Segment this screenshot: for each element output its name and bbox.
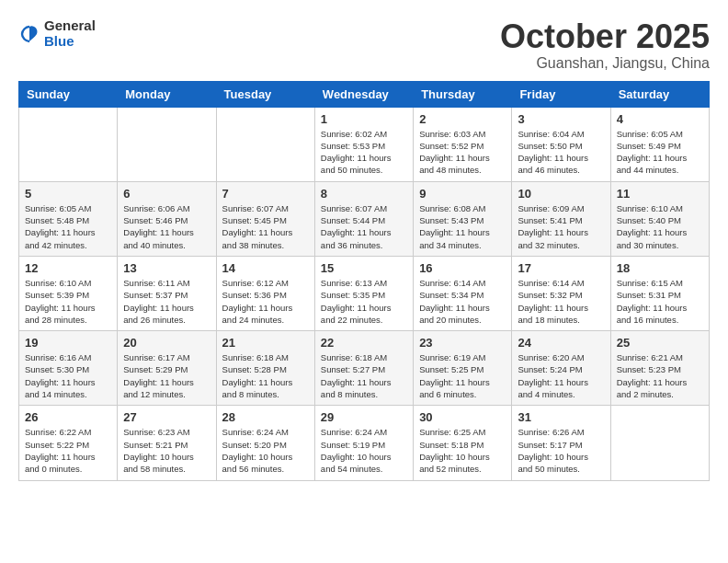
calendar-cell: 2Sunrise: 6:03 AM Sunset: 5:52 PM Daylig… <box>414 107 512 181</box>
day-info: Sunrise: 6:22 AM Sunset: 5:22 PM Dayligh… <box>25 426 111 475</box>
calendar-cell <box>19 107 118 181</box>
day-info: Sunrise: 6:11 AM Sunset: 5:37 PM Dayligh… <box>123 277 210 326</box>
day-info: Sunrise: 6:05 AM Sunset: 5:49 PM Dayligh… <box>617 128 703 177</box>
day-info: Sunrise: 6:10 AM Sunset: 5:40 PM Dayligh… <box>617 202 703 251</box>
logo-text: General Blue <box>44 18 96 49</box>
logo-general: General <box>44 18 96 34</box>
day-number: 21 <box>222 336 309 350</box>
day-number: 31 <box>518 410 604 424</box>
day-info: Sunrise: 6:24 AM Sunset: 5:20 PM Dayligh… <box>222 426 309 475</box>
calendar-cell: 14Sunrise: 6:12 AM Sunset: 5:36 PM Dayli… <box>216 256 314 330</box>
logo: General Blue <box>18 18 96 49</box>
day-number: 27 <box>123 410 210 424</box>
calendar-cell: 5Sunrise: 6:05 AM Sunset: 5:48 PM Daylig… <box>19 181 118 256</box>
day-info: Sunrise: 6:10 AM Sunset: 5:39 PM Dayligh… <box>25 277 111 326</box>
calendar-cell: 12Sunrise: 6:10 AM Sunset: 5:39 PM Dayli… <box>19 256 118 330</box>
day-info: Sunrise: 6:23 AM Sunset: 5:21 PM Dayligh… <box>123 426 210 475</box>
day-info: Sunrise: 6:18 AM Sunset: 5:27 PM Dayligh… <box>321 351 407 400</box>
day-number: 7 <box>222 187 309 201</box>
calendar-cell: 3Sunrise: 6:04 AM Sunset: 5:50 PM Daylig… <box>512 107 610 181</box>
header-monday: Monday <box>118 81 216 107</box>
calendar-cell: 1Sunrise: 6:02 AM Sunset: 5:53 PM Daylig… <box>314 107 413 181</box>
calendar-cell: 25Sunrise: 6:21 AM Sunset: 5:23 PM Dayli… <box>610 331 709 406</box>
day-info: Sunrise: 6:17 AM Sunset: 5:29 PM Dayligh… <box>123 351 210 400</box>
header-tuesday: Tuesday <box>216 81 314 107</box>
day-info: Sunrise: 6:13 AM Sunset: 5:35 PM Dayligh… <box>321 277 407 326</box>
day-number: 25 <box>617 336 703 350</box>
calendar-cell: 9Sunrise: 6:08 AM Sunset: 5:43 PM Daylig… <box>414 181 512 256</box>
day-info: Sunrise: 6:15 AM Sunset: 5:31 PM Dayligh… <box>617 277 703 326</box>
day-number: 20 <box>123 336 210 350</box>
calendar-cell: 24Sunrise: 6:20 AM Sunset: 5:24 PM Dayli… <box>512 331 610 406</box>
calendar-cell: 18Sunrise: 6:15 AM Sunset: 5:31 PM Dayli… <box>610 256 709 330</box>
day-number: 4 <box>617 112 703 126</box>
week-row-1: 1Sunrise: 6:02 AM Sunset: 5:53 PM Daylig… <box>19 107 710 181</box>
day-number: 6 <box>123 187 210 201</box>
day-info: Sunrise: 6:08 AM Sunset: 5:43 PM Dayligh… <box>419 202 506 251</box>
calendar-cell: 7Sunrise: 6:07 AM Sunset: 5:45 PM Daylig… <box>216 181 314 256</box>
day-number: 3 <box>518 112 604 126</box>
calendar-cell: 31Sunrise: 6:26 AM Sunset: 5:17 PM Dayli… <box>512 406 610 480</box>
calendar-cell: 23Sunrise: 6:19 AM Sunset: 5:25 PM Dayli… <box>414 331 512 406</box>
header-sunday: Sunday <box>19 81 118 107</box>
header-friday: Friday <box>512 81 610 107</box>
calendar-cell: 30Sunrise: 6:25 AM Sunset: 5:18 PM Dayli… <box>414 406 512 480</box>
calendar-cell: 28Sunrise: 6:24 AM Sunset: 5:20 PM Dayli… <box>216 406 314 480</box>
month-title: October 2025 <box>500 18 710 55</box>
calendar-cell: 29Sunrise: 6:24 AM Sunset: 5:19 PM Dayli… <box>314 406 413 480</box>
day-info: Sunrise: 6:16 AM Sunset: 5:30 PM Dayligh… <box>25 351 111 400</box>
calendar-cell <box>610 406 709 480</box>
day-info: Sunrise: 6:14 AM Sunset: 5:32 PM Dayligh… <box>518 277 604 326</box>
day-info: Sunrise: 6:07 AM Sunset: 5:44 PM Dayligh… <box>321 202 407 251</box>
calendar-header-row: SundayMondayTuesdayWednesdayThursdayFrid… <box>19 81 710 107</box>
week-row-3: 12Sunrise: 6:10 AM Sunset: 5:39 PM Dayli… <box>19 256 710 330</box>
day-number: 15 <box>321 261 407 275</box>
day-number: 19 <box>25 336 111 350</box>
calendar-cell: 16Sunrise: 6:14 AM Sunset: 5:34 PM Dayli… <box>414 256 512 330</box>
day-number: 23 <box>419 336 506 350</box>
logo-blue: Blue <box>44 34 96 50</box>
day-number: 2 <box>419 112 506 126</box>
calendar-cell: 17Sunrise: 6:14 AM Sunset: 5:32 PM Dayli… <box>512 256 610 330</box>
day-number: 9 <box>419 187 506 201</box>
calendar-cell: 10Sunrise: 6:09 AM Sunset: 5:41 PM Dayli… <box>512 181 610 256</box>
day-info: Sunrise: 6:25 AM Sunset: 5:18 PM Dayligh… <box>419 426 506 475</box>
logo-icon <box>18 23 40 45</box>
day-number: 29 <box>321 410 407 424</box>
calendar-cell: 22Sunrise: 6:18 AM Sunset: 5:27 PM Dayli… <box>314 331 413 406</box>
day-info: Sunrise: 6:19 AM Sunset: 5:25 PM Dayligh… <box>419 351 506 400</box>
calendar-cell: 4Sunrise: 6:05 AM Sunset: 5:49 PM Daylig… <box>610 107 709 181</box>
calendar-cell: 13Sunrise: 6:11 AM Sunset: 5:37 PM Dayli… <box>118 256 216 330</box>
day-number: 10 <box>518 187 604 201</box>
day-number: 16 <box>419 261 506 275</box>
day-number: 17 <box>518 261 604 275</box>
day-number: 8 <box>321 187 407 201</box>
day-info: Sunrise: 6:26 AM Sunset: 5:17 PM Dayligh… <box>518 426 604 475</box>
day-info: Sunrise: 6:05 AM Sunset: 5:48 PM Dayligh… <box>25 202 111 251</box>
week-row-5: 26Sunrise: 6:22 AM Sunset: 5:22 PM Dayli… <box>19 406 710 480</box>
day-info: Sunrise: 6:07 AM Sunset: 5:45 PM Dayligh… <box>222 202 309 251</box>
day-number: 26 <box>25 410 111 424</box>
calendar-cell: 27Sunrise: 6:23 AM Sunset: 5:21 PM Dayli… <box>118 406 216 480</box>
day-info: Sunrise: 6:24 AM Sunset: 5:19 PM Dayligh… <box>321 426 407 475</box>
day-number: 1 <box>321 112 407 126</box>
calendar-cell: 26Sunrise: 6:22 AM Sunset: 5:22 PM Dayli… <box>19 406 118 480</box>
day-number: 12 <box>25 261 111 275</box>
page-header: General Blue October 2025 Guanshan, Jian… <box>18 18 710 72</box>
calendar-cell <box>118 107 216 181</box>
calendar-cell: 8Sunrise: 6:07 AM Sunset: 5:44 PM Daylig… <box>314 181 413 256</box>
day-number: 11 <box>617 187 703 201</box>
day-info: Sunrise: 6:12 AM Sunset: 5:36 PM Dayligh… <box>222 277 309 326</box>
day-number: 18 <box>617 261 703 275</box>
day-info: Sunrise: 6:06 AM Sunset: 5:46 PM Dayligh… <box>123 202 210 251</box>
location: Guanshan, Jiangsu, China <box>500 55 710 72</box>
calendar-cell <box>216 107 314 181</box>
week-row-2: 5Sunrise: 6:05 AM Sunset: 5:48 PM Daylig… <box>19 181 710 256</box>
calendar-cell: 19Sunrise: 6:16 AM Sunset: 5:30 PM Dayli… <box>19 331 118 406</box>
day-number: 13 <box>123 261 210 275</box>
day-number: 5 <box>25 187 111 201</box>
day-info: Sunrise: 6:18 AM Sunset: 5:28 PM Dayligh… <box>222 351 309 400</box>
header-wednesday: Wednesday <box>314 81 413 107</box>
calendar-cell: 20Sunrise: 6:17 AM Sunset: 5:29 PM Dayli… <box>118 331 216 406</box>
day-info: Sunrise: 6:09 AM Sunset: 5:41 PM Dayligh… <box>518 202 604 251</box>
